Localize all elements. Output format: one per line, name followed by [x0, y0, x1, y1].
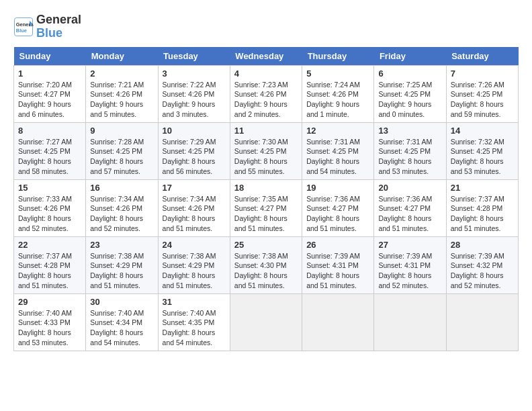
day-number: 20: [378, 183, 441, 193]
day-info: Sunrise: 7:34 AM Sunset: 4:26 PM Dayligh…: [90, 194, 153, 234]
calendar-cell: 6 Sunrise: 7:25 AM Sunset: 4:25 PM Dayli…: [374, 65, 446, 122]
day-number: 8: [18, 126, 81, 136]
calendar-cell: [374, 293, 446, 351]
day-info: Sunrise: 7:36 AM Sunset: 4:27 PM Dayligh…: [378, 194, 441, 234]
day-info: Sunrise: 7:25 AM Sunset: 4:25 PM Dayligh…: [378, 80, 441, 120]
day-number: 25: [234, 240, 298, 250]
day-number: 3: [163, 68, 226, 79]
day-number: 1: [18, 68, 81, 79]
calendar-cell: 4 Sunrise: 7:23 AM Sunset: 4:26 PM Dayli…: [230, 65, 302, 122]
week-row: 8 Sunrise: 7:27 AM Sunset: 4:25 PM Dayli…: [14, 122, 519, 179]
weekday-header: Sunday: [14, 47, 86, 66]
week-row: 1 Sunrise: 7:20 AM Sunset: 4:27 PM Dayli…: [14, 65, 519, 122]
calendar-cell: 7 Sunrise: 7:26 AM Sunset: 4:25 PM Dayli…: [446, 65, 518, 122]
day-number: 28: [451, 240, 514, 250]
calendar-cell: 5 Sunrise: 7:24 AM Sunset: 4:26 PM Dayli…: [302, 65, 374, 122]
calendar-cell: [230, 293, 302, 351]
day-number: 24: [163, 240, 226, 250]
weekday-header: Monday: [86, 47, 158, 66]
calendar-cell: 19 Sunrise: 7:36 AM Sunset: 4:27 PM Dayl…: [302, 179, 374, 236]
calendar-cell: 16 Sunrise: 7:34 AM Sunset: 4:26 PM Dayl…: [86, 179, 158, 236]
day-info: Sunrise: 7:31 AM Sunset: 4:25 PM Dayligh…: [306, 137, 369, 177]
day-info: Sunrise: 7:38 AM Sunset: 4:29 PM Dayligh…: [90, 251, 153, 291]
day-number: 17: [163, 183, 226, 193]
calendar-cell: 23 Sunrise: 7:38 AM Sunset: 4:29 PM Dayl…: [86, 236, 158, 293]
calendar-cell: 30 Sunrise: 7:40 AM Sunset: 4:34 PM Dayl…: [86, 293, 158, 351]
calendar-cell: 31 Sunrise: 7:40 AM Sunset: 4:35 PM Dayl…: [158, 293, 230, 351]
weekday-header: Saturday: [446, 47, 518, 66]
weekday-header: Friday: [374, 47, 446, 66]
day-number: 31: [163, 297, 226, 307]
day-number: 6: [378, 68, 441, 79]
weekday-header: Wednesday: [230, 47, 302, 66]
calendar-cell: 24 Sunrise: 7:38 AM Sunset: 4:29 PM Dayl…: [158, 236, 230, 293]
day-number: 19: [306, 183, 369, 193]
day-info: Sunrise: 7:38 AM Sunset: 4:30 PM Dayligh…: [234, 251, 298, 291]
day-number: 21: [451, 183, 514, 193]
day-number: 5: [306, 68, 369, 79]
calendar-cell: 9 Sunrise: 7:28 AM Sunset: 4:25 PM Dayli…: [86, 122, 158, 179]
calendar: SundayMondayTuesdayWednesdayThursdayFrid…: [13, 47, 519, 351]
day-number: 11: [234, 126, 298, 136]
calendar-cell: 22 Sunrise: 7:37 AM Sunset: 4:28 PM Dayl…: [14, 236, 86, 293]
day-info: Sunrise: 7:36 AM Sunset: 4:27 PM Dayligh…: [306, 194, 369, 234]
day-info: Sunrise: 7:40 AM Sunset: 4:34 PM Dayligh…: [90, 308, 153, 348]
day-info: Sunrise: 7:40 AM Sunset: 4:35 PM Dayligh…: [163, 308, 226, 348]
day-number: 29: [18, 297, 81, 307]
calendar-cell: 21 Sunrise: 7:37 AM Sunset: 4:28 PM Dayl…: [446, 179, 518, 236]
day-info: Sunrise: 7:29 AM Sunset: 4:25 PM Dayligh…: [163, 137, 226, 177]
calendar-cell: 10 Sunrise: 7:29 AM Sunset: 4:25 PM Dayl…: [158, 122, 230, 179]
calendar-cell: 27 Sunrise: 7:39 AM Sunset: 4:31 PM Dayl…: [374, 236, 446, 293]
day-info: Sunrise: 7:22 AM Sunset: 4:26 PM Dayligh…: [163, 80, 226, 120]
day-info: Sunrise: 7:30 AM Sunset: 4:25 PM Dayligh…: [234, 137, 298, 177]
day-info: Sunrise: 7:21 AM Sunset: 4:26 PM Dayligh…: [90, 80, 153, 120]
day-number: 4: [234, 68, 298, 79]
day-number: 14: [451, 126, 514, 136]
day-info: Sunrise: 7:33 AM Sunset: 4:26 PM Dayligh…: [18, 194, 81, 234]
calendar-cell: 20 Sunrise: 7:36 AM Sunset: 4:27 PM Dayl…: [374, 179, 446, 236]
calendar-cell: 13 Sunrise: 7:31 AM Sunset: 4:25 PM Dayl…: [374, 122, 446, 179]
calendar-cell: [446, 293, 518, 351]
weekday-header-row: SundayMondayTuesdayWednesdayThursdayFrid…: [14, 47, 519, 66]
calendar-cell: 1 Sunrise: 7:20 AM Sunset: 4:27 PM Dayli…: [14, 65, 86, 122]
day-info: Sunrise: 7:39 AM Sunset: 4:32 PM Dayligh…: [451, 251, 514, 291]
day-number: 10: [163, 126, 226, 136]
calendar-cell: [302, 293, 374, 351]
day-info: Sunrise: 7:23 AM Sunset: 4:26 PM Dayligh…: [234, 80, 298, 120]
calendar-cell: 17 Sunrise: 7:34 AM Sunset: 4:26 PM Dayl…: [158, 179, 230, 236]
day-info: Sunrise: 7:24 AM Sunset: 4:26 PM Dayligh…: [306, 80, 369, 120]
day-info: Sunrise: 7:38 AM Sunset: 4:29 PM Dayligh…: [163, 251, 226, 291]
week-row: 15 Sunrise: 7:33 AM Sunset: 4:26 PM Dayl…: [14, 179, 519, 236]
calendar-cell: 12 Sunrise: 7:31 AM Sunset: 4:25 PM Dayl…: [302, 122, 374, 179]
day-info: Sunrise: 7:37 AM Sunset: 4:28 PM Dayligh…: [18, 251, 81, 291]
calendar-cell: 11 Sunrise: 7:30 AM Sunset: 4:25 PM Dayl…: [230, 122, 302, 179]
logo-icon: General Blue: [13, 17, 34, 37]
calendar-cell: 26 Sunrise: 7:39 AM Sunset: 4:31 PM Dayl…: [302, 236, 374, 293]
day-info: Sunrise: 7:20 AM Sunset: 4:27 PM Dayligh…: [18, 80, 81, 120]
day-info: Sunrise: 7:40 AM Sunset: 4:33 PM Dayligh…: [18, 308, 81, 348]
calendar-cell: 8 Sunrise: 7:27 AM Sunset: 4:25 PM Dayli…: [14, 122, 86, 179]
calendar-cell: 3 Sunrise: 7:22 AM Sunset: 4:26 PM Dayli…: [158, 65, 230, 122]
weekday-header: Tuesday: [158, 47, 230, 66]
calendar-cell: 15 Sunrise: 7:33 AM Sunset: 4:26 PM Dayl…: [14, 179, 86, 236]
day-info: Sunrise: 7:37 AM Sunset: 4:28 PM Dayligh…: [451, 194, 514, 234]
day-info: Sunrise: 7:27 AM Sunset: 4:25 PM Dayligh…: [18, 137, 81, 177]
day-info: Sunrise: 7:26 AM Sunset: 4:25 PM Dayligh…: [451, 80, 514, 120]
day-number: 23: [90, 240, 153, 250]
calendar-cell: 28 Sunrise: 7:39 AM Sunset: 4:32 PM Dayl…: [446, 236, 518, 293]
svg-text:Blue: Blue: [16, 27, 27, 33]
calendar-cell: 2 Sunrise: 7:21 AM Sunset: 4:26 PM Dayli…: [86, 65, 158, 122]
day-info: Sunrise: 7:39 AM Sunset: 4:31 PM Dayligh…: [378, 251, 441, 291]
day-number: 15: [18, 183, 81, 193]
day-number: 12: [306, 126, 369, 136]
day-info: Sunrise: 7:31 AM Sunset: 4:25 PM Dayligh…: [378, 137, 441, 177]
logo: General Blue General Blue: [13, 13, 81, 40]
day-info: Sunrise: 7:28 AM Sunset: 4:25 PM Dayligh…: [90, 137, 153, 177]
day-number: 22: [18, 240, 81, 250]
logo-text: General Blue: [36, 13, 81, 40]
day-number: 18: [234, 183, 298, 193]
header: General Blue General Blue: [13, 13, 519, 40]
week-row: 22 Sunrise: 7:37 AM Sunset: 4:28 PM Dayl…: [14, 236, 519, 293]
week-row: 29 Sunrise: 7:40 AM Sunset: 4:33 PM Dayl…: [14, 293, 519, 351]
day-info: Sunrise: 7:39 AM Sunset: 4:31 PM Dayligh…: [306, 251, 369, 291]
